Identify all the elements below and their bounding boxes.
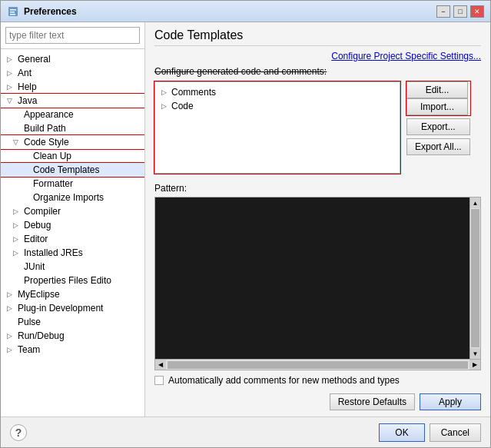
- edit-import-group: Edit... Import...: [406, 81, 470, 115]
- help-button[interactable]: ?: [10, 424, 27, 441]
- import-button[interactable]: Import...: [406, 98, 468, 115]
- sidebar-item-label: General: [18, 54, 51, 65]
- export-button[interactable]: Export...: [406, 118, 470, 135]
- expand-icon: ▷: [7, 55, 16, 63]
- sidebar-item-properties[interactable]: Properties Files Edito: [1, 274, 144, 287]
- cancel-button[interactable]: Cancel: [430, 423, 481, 442]
- scroll-right-button[interactable]: ▶: [469, 360, 480, 370]
- window-icon: [7, 5, 19, 18]
- maximize-button[interactable]: □: [453, 5, 467, 18]
- sidebar-item-code-style[interactable]: ▽ Code Style: [1, 135, 144, 149]
- svg-rect-1: [10, 9, 16, 11]
- sidebar-item-label: Run/Debug: [18, 330, 65, 341]
- sidebar-item-appearance[interactable]: Appearance: [1, 108, 144, 121]
- sidebar-item-code-templates[interactable]: Code Templates: [1, 163, 144, 177]
- sidebar-item-label: MyEclipse: [18, 289, 60, 300]
- scrollbar-thumb[interactable]: [471, 209, 479, 347]
- sidebar-item-junit[interactable]: JUnit: [1, 260, 144, 274]
- pattern-label: Pattern:: [154, 183, 481, 194]
- ok-button[interactable]: OK: [379, 423, 424, 442]
- template-item-code[interactable]: ▷ Code: [158, 99, 396, 113]
- expand-icon: ▷: [13, 221, 22, 229]
- expand-icon: [13, 277, 22, 284]
- svg-rect-2: [10, 12, 15, 13]
- hscrollbar-thumb[interactable]: [168, 361, 468, 369]
- template-label: Comments: [171, 87, 216, 98]
- export-all-button[interactable]: Export All...: [406, 138, 470, 155]
- expand-icon: [22, 166, 32, 174]
- content-panel: Code Templates Configure Project Specifi…: [145, 22, 490, 416]
- sidebar-item-help[interactable]: ▷ Help: [1, 80, 144, 94]
- auto-comment-checkbox[interactable]: [154, 376, 164, 385]
- auto-comment-row: Automatically add comments for new metho…: [154, 375, 481, 386]
- close-button[interactable]: ✕: [470, 5, 484, 18]
- sidebar-item-label: Help: [18, 81, 37, 92]
- sidebar-item-ant[interactable]: ▷ Ant: [1, 66, 144, 80]
- sidebar-item-myeclipse[interactable]: ▷ MyEclipse: [1, 287, 144, 301]
- expand-icon: ▷: [7, 69, 16, 77]
- expand-icon: [7, 318, 16, 326]
- minimize-button[interactable]: −: [436, 5, 450, 18]
- sidebar-item-plugin-dev[interactable]: ▷ Plug-in Development: [1, 301, 144, 315]
- templates-list[interactable]: ▷ Comments ▷ Code: [154, 81, 400, 174]
- expand-icon: [22, 180, 32, 187]
- expand-icon: ▷: [7, 290, 16, 298]
- template-label: Code: [171, 101, 194, 111]
- ok-cancel-buttons: OK Cancel: [379, 423, 481, 442]
- sidebar-item-label: Java: [18, 95, 37, 106]
- sidebar-item-debug[interactable]: ▷ Debug: [1, 218, 144, 232]
- sidebar-item-pulse[interactable]: Pulse: [1, 315, 144, 329]
- main-area: ▷ General ▷ Ant ▷ Help ▽ Java: [1, 22, 490, 416]
- template-item-comments[interactable]: ▷ Comments: [158, 85, 396, 99]
- sidebar-item-label: Organize Imports: [33, 192, 104, 203]
- vertical-scrollbar[interactable]: ▲ ▼: [470, 197, 481, 360]
- pattern-textarea[interactable]: [154, 197, 470, 360]
- expand-icon: ▷: [13, 235, 22, 243]
- expand-icon: ▷: [13, 207, 22, 215]
- horizontal-scrollbar[interactable]: ◀ ▶: [154, 360, 481, 370]
- sidebar-item-build-path[interactable]: Build Path: [1, 121, 144, 135]
- expand-icon: ▷: [161, 102, 167, 110]
- preferences-window: Preferences − □ ✕ ▷ General ▷ Ant: [0, 0, 491, 448]
- sidebar-item-compiler[interactable]: ▷ Compiler: [1, 204, 144, 218]
- panel-title: Code Templates: [154, 28, 481, 46]
- scroll-down-button[interactable]: ▼: [470, 348, 480, 359]
- search-bar: [1, 22, 144, 49]
- sidebar-item-label: Build Path: [24, 123, 66, 134]
- search-input[interactable]: [5, 27, 140, 44]
- sidebar-item-installed-jres[interactable]: ▷ Installed JREs: [1, 246, 144, 260]
- sidebar-item-label: Code Templates: [33, 164, 100, 175]
- sidebar-item-label: Formatter: [33, 178, 73, 189]
- window-controls: − □ ✕: [436, 5, 484, 18]
- sidebar-item-editor[interactable]: ▷ Editor: [1, 232, 144, 246]
- pattern-section: Pattern: ▲ ▼ ◀ ▶: [154, 183, 481, 370]
- template-side-buttons: Edit... Import... Export... Export All..…: [406, 81, 470, 174]
- config-project-link[interactable]: Configure Project Specific Settings...: [154, 51, 481, 61]
- expand-icon: ▽: [7, 97, 16, 105]
- sidebar-item-java[interactable]: ▽ Java: [1, 94, 144, 108]
- edit-button[interactable]: Edit...: [406, 81, 468, 98]
- sidebar-item-formatter[interactable]: Formatter: [1, 177, 144, 191]
- restore-defaults-button[interactable]: Restore Defaults: [330, 393, 415, 410]
- expand-icon: ▷: [13, 249, 22, 257]
- expand-icon: ▷: [7, 332, 16, 340]
- sidebar: ▷ General ▷ Ant ▷ Help ▽ Java: [1, 22, 145, 416]
- scroll-left-button[interactable]: ◀: [155, 360, 166, 370]
- bottom-bar: ? OK Cancel: [1, 416, 490, 447]
- window-title: Preferences: [24, 6, 436, 17]
- expand-icon: ▷: [7, 346, 16, 353]
- apply-button[interactable]: Apply: [420, 393, 481, 410]
- sidebar-item-run-debug[interactable]: ▷ Run/Debug: [1, 329, 144, 343]
- expand-icon: [13, 111, 22, 118]
- sidebar-item-label: Properties Files Edito: [24, 275, 111, 286]
- sidebar-item-label: Team: [18, 344, 40, 355]
- scroll-up-button[interactable]: ▲: [470, 197, 480, 208]
- title-bar: Preferences − □ ✕: [1, 1, 490, 22]
- templates-row: ▷ Comments ▷ Code Edit... Import... Expo…: [154, 81, 481, 174]
- panel-bottom-buttons: Restore Defaults Apply: [154, 393, 481, 410]
- sidebar-item-organize-imports[interactable]: Organize Imports: [1, 191, 144, 204]
- sidebar-item-team[interactable]: ▷ Team: [1, 343, 144, 357]
- sidebar-item-clean-up[interactable]: Clean Up: [1, 149, 144, 163]
- pattern-area-wrap: ▲ ▼: [154, 197, 481, 360]
- sidebar-item-general[interactable]: ▷ General: [1, 52, 144, 66]
